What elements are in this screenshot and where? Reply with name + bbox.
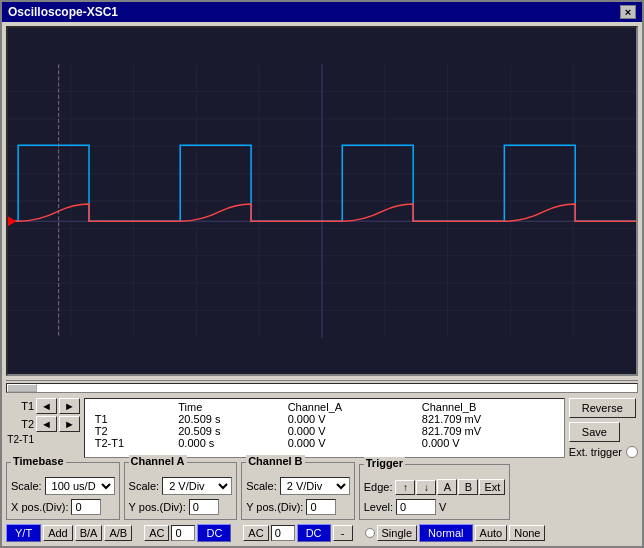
bottom-buttons: Y/T Add B/A A/B AC DC AC DC - Single Nor… [6, 524, 638, 542]
controls-row2: Timebase Scale: 100 us/Div X pos.(Div): … [6, 462, 638, 520]
t2t1-chb-value: 0.000 V [416, 437, 560, 449]
normal-button[interactable]: Normal [419, 524, 472, 542]
trigger-level-unit: V [439, 501, 446, 513]
timebase-scale-row: Scale: 100 us/Div [11, 477, 115, 495]
add-button[interactable]: Add [43, 525, 73, 541]
header-time: Time [172, 401, 281, 413]
t2-label: T2 [6, 418, 34, 430]
trigger-edge-buttons: ↑ ↓ A B Ext [395, 479, 505, 495]
channel-a-coupling-input[interactable] [171, 525, 195, 541]
channel-b-ypos-input[interactable] [306, 499, 336, 515]
t2t1-measurement-row: T2-T1 0.000 s 0.000 V 0.000 V [89, 437, 560, 449]
trigger-level-input[interactable] [396, 499, 436, 515]
t1-measurement-row: T1 20.509 s 0.000 V 821.709 mV [89, 413, 560, 425]
t2t1-row: T2-T1 [6, 434, 80, 445]
horizontal-scrollbar[interactable] [6, 380, 638, 394]
dc-b-button[interactable]: DC [297, 524, 331, 542]
trigger-a-button[interactable]: A [437, 479, 457, 495]
trigger-b-button[interactable]: B [458, 479, 478, 495]
timebase-group: Timebase Scale: 100 us/Div X pos.(Div): [6, 462, 120, 520]
cursor-controls: T1 ◄ ► T2 ◄ ► T2-T1 [6, 398, 80, 458]
channel-b-scale-label: Scale: [246, 480, 277, 492]
channel-b-group: Channel B Scale: 2 V/Div Y pos.(Div): [241, 462, 355, 520]
t2-right-button[interactable]: ► [59, 416, 80, 432]
trigger-rising-button[interactable]: ↑ [395, 480, 415, 495]
channel-a-label: Channel A [129, 455, 187, 467]
t1-row-label: T1 [89, 413, 172, 425]
channel-a-ypos-label: Y pos.(Div): [129, 501, 186, 513]
t1-label: T1 [6, 400, 34, 412]
header-channel-a: Channel_A [282, 401, 416, 413]
scrollbar-track[interactable] [6, 383, 638, 393]
save-button[interactable]: Save [569, 422, 620, 442]
channel-a-scale-select[interactable]: 2 V/Div [162, 477, 232, 495]
oscilloscope-display [8, 28, 636, 374]
channel-a-ypos-row: Y pos.(Div): [129, 499, 233, 515]
trigger-group: Trigger Edge: ↑ ↓ A B Ext Level: V [359, 464, 511, 520]
t1-cha-value: 0.000 V [282, 413, 416, 425]
oscilloscope-window: Oscilloscope-XSC1 × [0, 0, 644, 548]
channel-b-label: Channel B [246, 455, 304, 467]
channel-a-scale-row: Scale: 2 V/Div [129, 477, 233, 495]
channel-b-ypos-label: Y pos.(Div): [246, 501, 303, 513]
t2-row-label: T2 [89, 425, 172, 437]
yt-button[interactable]: Y/T [6, 524, 41, 542]
close-button[interactable]: × [620, 5, 636, 19]
t2-cha-value: 0.000 V [282, 425, 416, 437]
timebase-xpos-row: X pos.(Div): [11, 499, 115, 515]
header-channel-b: Channel_B [416, 401, 560, 413]
auto-button[interactable]: Auto [475, 525, 508, 541]
reverse-button[interactable]: Reverse [569, 398, 636, 418]
ba-button[interactable]: B/A [75, 525, 103, 541]
channel-b-ypos-row: Y pos.(Div): [246, 499, 350, 515]
t1-time-value: 20.509 s [172, 413, 281, 425]
trigger-edge-label: Edge: [364, 481, 393, 493]
controls-area: T1 ◄ ► T2 ◄ ► T2-T1 [2, 394, 642, 546]
t2t1-row-label: T2-T1 [89, 437, 172, 449]
t2t1-label: T2-T1 [6, 434, 34, 445]
dc-a-button[interactable]: DC [197, 524, 231, 542]
oscilloscope-screen [6, 26, 638, 376]
t1-cursor-row: T1 ◄ ► [6, 398, 80, 414]
trigger-falling-button[interactable]: ↓ [416, 480, 436, 495]
timebase-label: Timebase [11, 455, 66, 467]
measurements-table: Time Channel_A Channel_B T1 20.509 s 0.0… [89, 401, 560, 449]
ext-trigger-radio[interactable] [626, 446, 638, 458]
ext-trigger-label: Ext. trigger [569, 446, 622, 458]
channel-b-scale-row: Scale: 2 V/Div [246, 477, 350, 495]
t1-right-button[interactable]: ► [59, 398, 80, 414]
t2-measurement-row: T2 20.509 s 0.000 V 821.709 mV [89, 425, 560, 437]
channel-a-ypos-input[interactable] [189, 499, 219, 515]
ac-b-button[interactable]: AC [243, 525, 268, 541]
single-button[interactable]: Single [377, 525, 418, 541]
none-button[interactable]: None [509, 525, 545, 541]
ab-button[interactable]: A/B [104, 525, 132, 541]
t2-time-value: 20.509 s [172, 425, 281, 437]
t2-chb-value: 821.709 mV [416, 425, 560, 437]
trigger-label: Trigger [364, 457, 405, 469]
timebase-scale-label: Scale: [11, 480, 42, 492]
channel-a-group: Channel A Scale: 2 V/Div Y pos.(Div): [124, 462, 238, 520]
t2t1-time-value: 0.000 s [172, 437, 281, 449]
timebase-xpos-label: X pos.(Div): [11, 501, 68, 513]
t2t1-cha-value: 0.000 V [282, 437, 416, 449]
trigger-level-label: Level: [364, 501, 393, 513]
timebase-xpos-input[interactable] [71, 499, 101, 515]
t1-chb-value: 821.709 mV [416, 413, 560, 425]
trigger-edge-row: Edge: ↑ ↓ A B Ext [364, 479, 506, 495]
controls-row1: T1 ◄ ► T2 ◄ ► T2-T1 [6, 398, 638, 458]
timebase-scale-select[interactable]: 100 us/Div [45, 477, 115, 495]
ac-a-button[interactable]: AC [144, 525, 169, 541]
channel-b-scale-select[interactable]: 2 V/Div [280, 477, 350, 495]
trigger-ext-button[interactable]: Ext [479, 479, 505, 495]
t1-left-button[interactable]: ◄ [36, 398, 57, 414]
trigger-level-row: Level: V [364, 499, 506, 515]
header-empty [89, 401, 172, 413]
t2-left-button[interactable]: ◄ [36, 416, 57, 432]
single-radio[interactable] [365, 528, 375, 538]
scrollbar-thumb[interactable] [7, 384, 37, 392]
channel-b-coupling-input[interactable] [271, 525, 295, 541]
ext-trigger-container: Ext. trigger [569, 446, 638, 458]
right-controls: Reverse Save Ext. trigger [569, 398, 638, 458]
minus-b-button[interactable]: - [333, 525, 353, 541]
